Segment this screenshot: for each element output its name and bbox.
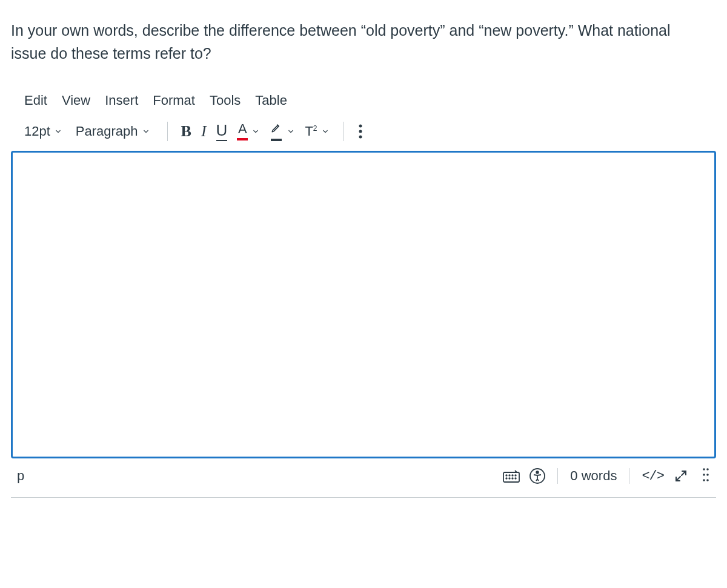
svg-point-10	[513, 478, 514, 479]
svg-point-14	[703, 468, 705, 471]
accessibility-icon	[529, 468, 545, 484]
resize-handle[interactable]	[698, 467, 714, 485]
chevron-down-icon	[142, 127, 150, 136]
menu-view[interactable]: View	[62, 93, 90, 108]
fullscreen-button[interactable]	[674, 469, 688, 483]
svg-rect-3	[503, 472, 519, 482]
highlight-color-dropdown[interactable]	[265, 122, 300, 141]
svg-point-15	[706, 468, 709, 471]
text-color-swatch	[237, 138, 248, 140]
block-format-dropdown[interactable]: Paragraph	[71, 125, 159, 138]
more-options-button[interactable]	[352, 124, 369, 139]
svg-point-17	[706, 474, 709, 476]
element-path[interactable]: p	[13, 468, 24, 484]
font-size-label: 12pt	[24, 125, 50, 138]
menu-insert[interactable]: Insert	[105, 93, 138, 108]
menu-tools[interactable]: Tools	[210, 93, 241, 108]
svg-point-6	[513, 475, 514, 476]
superscript-icon: T2	[305, 125, 317, 138]
superscript-dropdown[interactable]: T2	[300, 125, 334, 138]
svg-point-9	[510, 478, 511, 479]
highlighter-icon	[270, 122, 283, 136]
editor-menubar: Edit View Insert Format Tools Table	[22, 89, 705, 118]
svg-point-19	[706, 479, 709, 481]
svg-point-8	[506, 478, 508, 479]
editor-statusbar: p	[11, 458, 716, 491]
font-size-dropdown[interactable]: 12pt	[24, 125, 71, 138]
chevron-down-icon	[251, 127, 260, 136]
svg-point-5	[510, 475, 511, 476]
chevron-down-icon	[54, 127, 62, 136]
svg-point-0	[359, 125, 362, 128]
text-color-dropdown[interactable]: A	[232, 122, 265, 140]
chevron-down-icon	[321, 127, 330, 136]
menu-table[interactable]: Table	[255, 93, 287, 108]
question-text: In your own words, describe the differen…	[11, 19, 689, 65]
statusbar-divider	[557, 468, 558, 484]
keyboard-shortcuts-button[interactable]	[503, 469, 520, 483]
svg-point-18	[703, 479, 705, 481]
italic-button[interactable]: I	[196, 124, 211, 139]
svg-point-2	[359, 136, 362, 139]
svg-point-1	[359, 130, 362, 133]
svg-point-16	[703, 474, 705, 476]
expand-icon	[674, 469, 688, 483]
toolbar-divider	[343, 122, 344, 141]
highlight-color-swatch	[271, 139, 282, 141]
menu-format[interactable]: Format	[153, 93, 195, 108]
drag-handle-icon	[702, 467, 710, 483]
keyboard-icon	[503, 469, 520, 483]
kebab-icon	[358, 124, 363, 139]
toolbar-divider	[167, 122, 168, 141]
bottom-divider	[11, 497, 716, 498]
chevron-down-icon	[287, 127, 295, 136]
text-color-icon: A	[238, 122, 247, 136]
editor-toolbar: 12pt Paragraph B I U A	[22, 118, 705, 151]
svg-point-4	[506, 475, 508, 476]
html-view-button[interactable]: </>	[642, 469, 664, 484]
svg-point-11	[516, 478, 517, 479]
menu-edit[interactable]: Edit	[24, 93, 47, 108]
underline-button[interactable]: U	[211, 122, 233, 141]
svg-point-13	[537, 471, 539, 474]
bold-button[interactable]: B	[176, 124, 196, 139]
svg-point-7	[516, 475, 517, 476]
statusbar-divider	[629, 468, 629, 484]
editor-content-area[interactable]	[11, 151, 716, 458]
block-format-label: Paragraph	[76, 125, 138, 138]
accessibility-checker-button[interactable]	[529, 468, 545, 484]
word-count: 0 words	[570, 468, 617, 484]
